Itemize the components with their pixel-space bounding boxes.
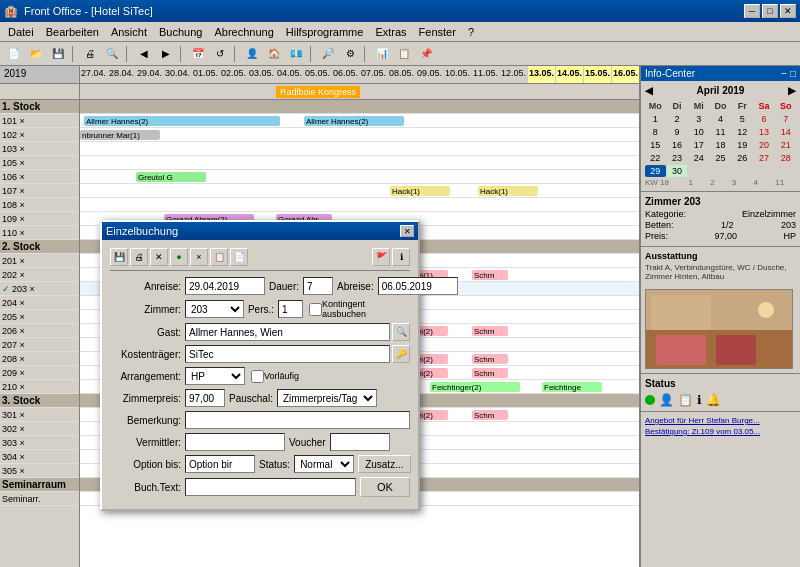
arrangement-select[interactable]: HP VP ÜF bbox=[185, 367, 245, 385]
gast-label: Gast: bbox=[110, 327, 185, 338]
dialog-btn-misc2[interactable]: 📋 bbox=[210, 248, 228, 266]
dialog-close-button[interactable]: ✕ bbox=[400, 225, 414, 237]
pers-input[interactable] bbox=[278, 300, 303, 318]
zimmer-select[interactable]: 203 bbox=[185, 300, 244, 318]
dialog-btn-info[interactable]: ℹ bbox=[392, 248, 410, 266]
vermittler-row: Vermittler: Voucher bbox=[110, 433, 410, 451]
zimmer-label: Zimmer: bbox=[110, 304, 185, 315]
option-input[interactable] bbox=[185, 455, 255, 473]
kostentraeger-btn[interactable]: 🔑 bbox=[392, 345, 410, 363]
gast-input[interactable] bbox=[185, 323, 390, 341]
gast-row: Gast: 🔍 bbox=[110, 323, 410, 341]
gast-search-btn[interactable]: 🔍 bbox=[392, 323, 410, 341]
dialog-btn-green[interactable]: ● bbox=[170, 248, 188, 266]
dauer-label: Dauer: bbox=[269, 281, 299, 292]
zimmerpreis-input[interactable] bbox=[185, 389, 225, 407]
kontingent-checkbox[interactable] bbox=[309, 303, 322, 316]
dialog-btn-print[interactable]: 🖨 bbox=[130, 248, 148, 266]
dialog-overlay: Einzelbuchung ✕ 💾 🖨 ✕ ● × 📋 📄 🚩 ℹ Anreis… bbox=[0, 0, 800, 567]
vermittler-input[interactable] bbox=[185, 433, 285, 451]
buchtext-label: Buch.Text: bbox=[110, 482, 185, 493]
einzelbuchung-dialog: Einzelbuchung ✕ 💾 🖨 ✕ ● × 📋 📄 🚩 ℹ Anreis… bbox=[100, 220, 420, 511]
pauschal-select[interactable]: Zimmerpreis/Tag bbox=[277, 389, 377, 407]
dialog-body: 💾 🖨 ✕ ● × 📋 📄 🚩 ℹ Anreise: Dauer: Abreis… bbox=[102, 240, 418, 509]
vorlaeufig-checkbox[interactable] bbox=[251, 370, 264, 383]
dialog-toolbar-spacer bbox=[250, 248, 370, 266]
voucher-label: Voucher bbox=[289, 437, 326, 448]
vorlaeufig-label: Vorläufig bbox=[264, 371, 299, 381]
kostentraeger-input[interactable] bbox=[185, 345, 390, 363]
zimmer-row: Zimmer: 203 Pers.: Kontingent ausbuchen bbox=[110, 299, 410, 319]
dialog-titlebar[interactable]: Einzelbuchung ✕ bbox=[102, 222, 418, 240]
bemerkung-row: Bemerkung: bbox=[110, 411, 410, 429]
buchtext-input[interactable] bbox=[185, 478, 356, 496]
dialog-btn-misc3[interactable]: 📄 bbox=[230, 248, 248, 266]
anreise-row: Anreise: Dauer: Abreise: bbox=[110, 277, 410, 295]
ok-button[interactable]: OK bbox=[360, 477, 410, 497]
dialog-toolbar: 💾 🖨 ✕ ● × 📋 📄 🚩 ℹ bbox=[110, 248, 410, 271]
zusatz-button[interactable]: Zusatz... bbox=[358, 455, 410, 473]
pauschal-label: Pauschal: bbox=[229, 393, 273, 404]
option-row: Option bis: Status: Normal Vorläufig Zus… bbox=[110, 455, 410, 473]
option-label: Option bis: bbox=[110, 459, 185, 470]
bemerkung-input[interactable] bbox=[185, 411, 410, 429]
dialog-title: Einzelbuchung bbox=[106, 225, 178, 237]
kontingent-label: Kontingent ausbuchen bbox=[322, 299, 410, 319]
dialog-btn-delete[interactable]: ✕ bbox=[150, 248, 168, 266]
pers-label: Pers.: bbox=[248, 304, 274, 315]
zimmerpreis-row: Zimmerpreis: Pauschal: Zimmerpreis/Tag bbox=[110, 389, 410, 407]
kostentraeger-row: Kostenträger: 🔑 bbox=[110, 345, 410, 363]
vermittler-label: Vermittler: bbox=[110, 437, 185, 448]
buchtext-row: Buch.Text: OK bbox=[110, 477, 410, 497]
dauer-input[interactable] bbox=[303, 277, 333, 295]
arrangement-label: Arrangement: bbox=[110, 371, 185, 382]
anreise-input[interactable] bbox=[185, 277, 265, 295]
arrangement-row: Arrangement: HP VP ÜF Vorläufig bbox=[110, 367, 410, 385]
anreise-label: Anreise: bbox=[110, 281, 185, 292]
zimmerpreis-label: Zimmerpreis: bbox=[110, 393, 185, 404]
dialog-btn-misc1[interactable]: × bbox=[190, 248, 208, 266]
status-label: Status: bbox=[259, 459, 290, 470]
status-select[interactable]: Normal Vorläufig bbox=[294, 455, 354, 473]
dialog-btn-flag[interactable]: 🚩 bbox=[372, 248, 390, 266]
bemerkung-label: Bemerkung: bbox=[110, 415, 185, 426]
dialog-btn-save[interactable]: 💾 bbox=[110, 248, 128, 266]
abreise-label: Abreise: bbox=[337, 281, 374, 292]
abreise-input[interactable] bbox=[378, 277, 458, 295]
voucher-input[interactable] bbox=[330, 433, 390, 451]
kostentraeger-label: Kostenträger: bbox=[110, 349, 185, 360]
